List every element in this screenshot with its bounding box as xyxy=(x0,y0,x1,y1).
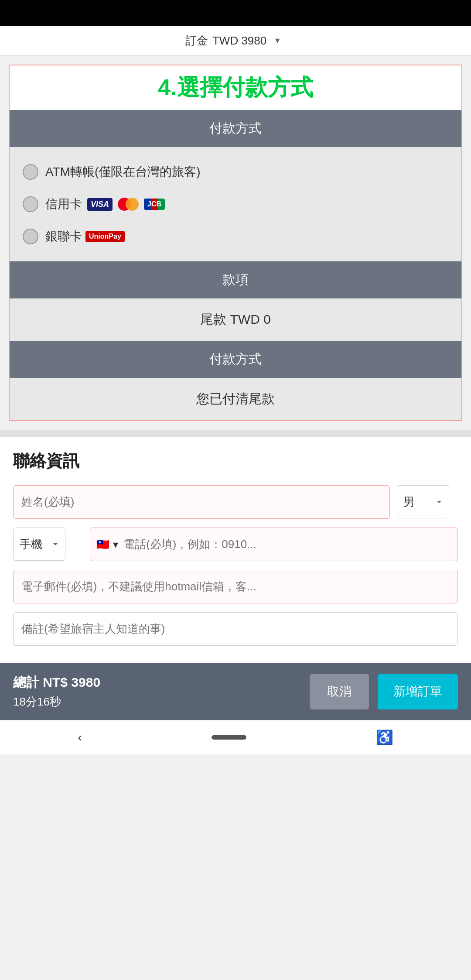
contact-section: 聯絡資訊 男 女 手機 市話 🇹🇼 ▾ xyxy=(0,437,471,663)
status-bar xyxy=(0,0,471,26)
back-button[interactable]: ‹ xyxy=(78,730,82,744)
unionpay-label: 銀聯卡 UnionPay xyxy=(45,228,125,245)
cancel-button[interactable]: 取消 xyxy=(310,674,369,709)
section-divider xyxy=(0,430,471,437)
contact-title: 聯絡資訊 xyxy=(13,450,458,472)
mastercard-right-circle xyxy=(126,198,139,211)
payment-section-title: 4.選擇付款方式 xyxy=(10,65,461,110)
gender-select[interactable]: 男 女 xyxy=(397,485,449,518)
phone-row: 手機 市話 🇹🇼 ▾ xyxy=(13,528,458,561)
phone-input-wrap: 🇹🇼 ▾ xyxy=(90,528,458,561)
radio-atm[interactable] xyxy=(23,164,38,180)
name-input[interactable] xyxy=(13,485,390,519)
phone-type-select[interactable]: 手機 市話 xyxy=(13,528,65,561)
order-amount: TWD 3980 xyxy=(212,34,266,48)
payment-option-unionpay[interactable]: 銀聯卡 UnionPay xyxy=(23,220,448,253)
home-pill[interactable] xyxy=(212,735,246,740)
payment-status-bar: 付款方式 xyxy=(10,341,461,378)
country-code-label: ▾ xyxy=(113,538,118,551)
new-order-button[interactable]: 新增訂單 xyxy=(378,674,458,709)
balance-row: 尾款 TWD 0 xyxy=(10,298,461,341)
total-info: 總計 NT$ 3980 18分16秒 xyxy=(13,674,301,709)
order-header: 訂金 TWD 3980 ▼ xyxy=(0,26,471,56)
bottom-nav: ‹ ♿ xyxy=(0,720,471,754)
visa-badge: VISA xyxy=(87,198,113,211)
email-input[interactable] xyxy=(13,570,458,603)
unionpay-text: UnionPay xyxy=(89,233,121,240)
payment-card: 4.選擇付款方式 付款方式 ATM轉帳(僅限在台灣的旅客) 信用卡 VISA J… xyxy=(9,65,462,421)
payment-option-atm[interactable]: ATM轉帳(僅限在台灣的旅客) xyxy=(23,156,448,188)
order-dropdown-arrow[interactable]: ▼ xyxy=(273,36,281,45)
name-gender-row: 男 女 xyxy=(13,485,458,519)
phone-input[interactable] xyxy=(122,528,451,561)
payment-options-list: ATM轉帳(僅限在台灣的旅客) 信用卡 VISA JCB 銀聯卡 UnionPa… xyxy=(10,147,461,261)
atm-label: ATM轉帳(僅限在台灣的旅客) xyxy=(45,164,201,180)
payment-option-credit[interactable]: 信用卡 VISA JCB xyxy=(23,188,448,220)
notes-input[interactable] xyxy=(13,612,458,646)
unionpay-badge: UnionPay xyxy=(85,231,125,242)
payment-method-bar: 付款方式 xyxy=(10,110,461,147)
notes-row xyxy=(13,612,458,646)
radio-credit[interactable] xyxy=(23,196,38,212)
jcb-badge: JCB xyxy=(144,199,165,210)
total-timer: 18分16秒 xyxy=(13,694,301,709)
mastercard-badge xyxy=(118,198,139,211)
email-row xyxy=(13,570,458,603)
radio-unionpay[interactable] xyxy=(23,229,38,244)
name-input-wrap xyxy=(13,485,390,519)
paid-status-row: 您已付清尾款 xyxy=(10,378,461,420)
gender-select-wrap: 男 女 xyxy=(397,485,458,519)
order-type-label: 訂金 xyxy=(185,33,208,48)
total-amount: 總計 NT$ 3980 xyxy=(13,674,301,692)
installment-bar: 款項 xyxy=(10,261,461,298)
accessibility-icon[interactable]: ♿ xyxy=(376,729,393,746)
bottom-action-bar: 總計 NT$ 3980 18分16秒 取消 新增訂單 xyxy=(0,663,471,720)
phone-flag: 🇹🇼 xyxy=(96,538,109,551)
credit-card-label: 信用卡 VISA JCB xyxy=(45,196,165,212)
phone-type-wrap: 手機 市話 xyxy=(13,528,83,561)
